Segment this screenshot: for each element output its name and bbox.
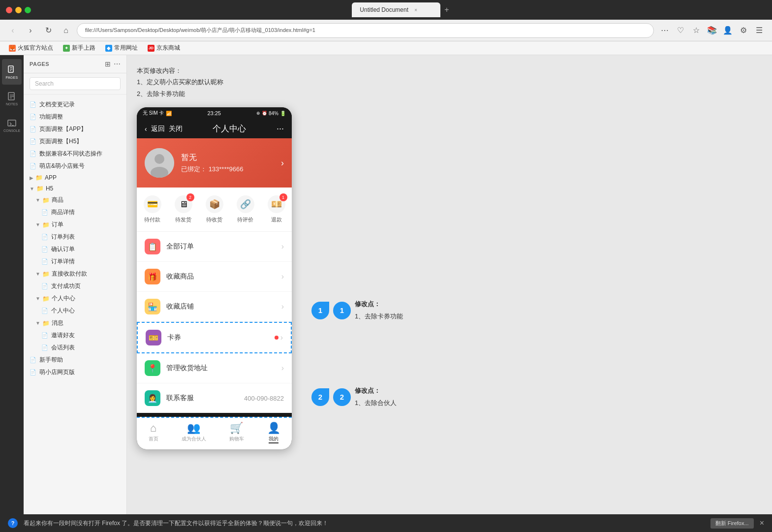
back-arrow-icon: ‹ <box>145 125 147 133</box>
review-label: 待评价 <box>237 216 253 223</box>
active-tab[interactable]: Untitled Document × <box>352 2 440 17</box>
pages-grid-button[interactable]: ⋯ <box>114 60 121 68</box>
sync-button[interactable]: 👤 <box>721 24 735 37</box>
page-label: 萌小店网页版 <box>39 368 75 376</box>
order-icon-receiving[interactable]: 📦 待收货 <box>206 195 223 223</box>
list-item[interactable]: 📄确认订单 <box>24 243 126 255</box>
folder-goods[interactable]: ▼ 📁 商品 <box>24 194 126 206</box>
menu-item-coupon[interactable]: 🎫 卡券 › <box>137 322 292 353</box>
profile-name: 暂无 <box>181 153 281 163</box>
notification-refresh-button[interactable]: 翻新 Firefox... <box>710 518 754 529</box>
maximize-traffic-light[interactable] <box>25 7 31 13</box>
list-item[interactable]: 📄订单详情 <box>24 255 126 268</box>
folder-profile[interactable]: ▼ 📁 个人中心 <box>24 292 126 305</box>
bookmark-button[interactable]: ☆ <box>689 24 703 37</box>
menu-item-fav-store[interactable]: 🏪 收藏店铺 › <box>137 292 292 322</box>
bookmark-common[interactable]: ◆ 常用网址 <box>102 43 141 53</box>
sidebar-notes-btn[interactable]: NOTES <box>2 86 22 111</box>
library-button[interactable]: 📚 <box>705 24 719 37</box>
url-bar[interactable]: file:///Users/Sampson/Desktop/Desktop/we… <box>77 23 654 38</box>
menu-item-support[interactable]: 👩‍💼 联系客服 400-090-8822 <box>137 383 292 413</box>
reload-button[interactable]: ↻ <box>41 24 55 37</box>
bookmark-jd[interactable]: JD 京东商城 <box>145 43 183 53</box>
shipping-badge: 2 <box>186 193 194 201</box>
list-item[interactable]: 📄新手帮助 <box>24 354 126 366</box>
menu-item-fav-goods[interactable]: 🎁 收藏商品 › <box>137 262 292 292</box>
pages-add-button[interactable]: ⊞ <box>105 60 111 68</box>
phone-number: 133****9666 <box>209 165 244 173</box>
menu-item-all-orders[interactable]: 📋 全部订单 › <box>137 232 292 262</box>
menu-button[interactable]: ☰ <box>752 24 766 37</box>
close-traffic-light[interactable] <box>6 7 12 13</box>
folder-orders[interactable]: ▼ 📁 订单 <box>24 219 126 231</box>
search-input[interactable] <box>30 77 121 90</box>
time-text: 23:25 <box>207 110 221 116</box>
all-orders-label: 全部订单 <box>166 242 281 251</box>
folder-label: H5 <box>46 185 53 192</box>
list-item[interactable]: 📄支付成功页 <box>24 280 126 292</box>
folder-arrow-icon: ▼ <box>30 186 34 191</box>
list-item[interactable]: 📄页面调整【APP】 <box>24 123 126 135</box>
menu-item-address[interactable]: 📍 管理收货地址 › <box>137 353 292 383</box>
folder-payment[interactable]: ▼ 📁 直接收款付款 <box>24 268 126 280</box>
tab-close-button[interactable]: × <box>412 6 419 13</box>
page-label: 支付成功页 <box>51 282 81 290</box>
notification-close-button[interactable]: × <box>760 519 764 528</box>
file-icon: 📄 <box>30 151 36 157</box>
list-item[interactable]: 📄页面调整【H5】 <box>24 135 126 148</box>
document-area: 本页修改内容： 1、定义萌小店买家的默认昵称 2、去除卡券功能 无 SIM 卡 … <box>127 55 772 532</box>
bookmark-fire-label: 火狐官方站点 <box>18 44 53 52</box>
list-item[interactable]: 📄订单列表 <box>24 231 126 243</box>
payment-icon: 💳 <box>144 195 161 213</box>
list-item[interactable]: 📄邀请好友 <box>24 329 126 342</box>
more-options-button[interactable]: ⋯ <box>658 24 672 37</box>
forward-button[interactable]: › <box>24 24 37 37</box>
pocket-button[interactable]: ♡ <box>674 24 687 37</box>
avatar-icon <box>145 148 174 178</box>
list-item[interactable]: 📄会话列表 <box>24 342 126 354</box>
bottom-nav-cart[interactable]: 🛒 购物车 <box>229 422 244 443</box>
folder-messages[interactable]: ▼ 📁 消息 <box>24 317 126 329</box>
bookmarks-bar: 🦊 火狐官方站点 ✦ 新手上路 ◆ 常用网址 JD 京东商城 <box>0 41 772 55</box>
coupon-label: 卡券 <box>167 333 275 342</box>
close-text: 关闭 <box>169 125 183 133</box>
bookmark-new[interactable]: ✦ 新手上路 <box>60 43 98 53</box>
list-item[interactable]: 📄商品详情 <box>24 206 126 219</box>
bottom-nav-home[interactable]: ⌂ 首页 <box>149 422 158 443</box>
file-icon: 📄 <box>30 126 36 132</box>
fav-store-label: 收藏店铺 <box>166 302 281 311</box>
file-icon: 📄 <box>41 332 48 339</box>
list-item[interactable]: 📄萌店&萌小店账号 <box>24 160 126 172</box>
search-box <box>24 73 126 94</box>
bottom-nav-mine[interactable]: 👤 我的 <box>267 422 280 443</box>
pages-panel-title: PAGES <box>30 61 49 67</box>
order-icon-shipping[interactable]: 🖥 2 待发货 <box>175 195 192 223</box>
sidebar-pages-btn[interactable]: PAGES <box>2 59 22 85</box>
order-icon-review[interactable]: 🔗 待评价 <box>237 195 254 223</box>
minimize-traffic-light[interactable] <box>15 7 22 13</box>
bookmark-fire[interactable]: 🦊 火狐官方站点 <box>6 43 56 53</box>
order-icon-refund[interactable]: 💴 1 退款 <box>268 195 285 223</box>
page-label: 订单详情 <box>51 257 75 266</box>
address-label: 管理收货地址 <box>166 364 281 373</box>
new-tab-button[interactable]: + <box>444 5 449 14</box>
annotation-text-1: 修改点： 1、去除卡券功能 <box>355 299 403 322</box>
list-item[interactable]: 📄萌小店网页版 <box>24 366 126 378</box>
page-label: 新手帮助 <box>39 356 63 364</box>
order-icons-row: 💳 待付款 🖥 2 待发货 📦 待收货 � <box>137 188 292 232</box>
sidebar-console-btn[interactable]: CONSOLE <box>2 112 22 138</box>
address-icon: 📍 <box>145 360 160 376</box>
phone-header-left: ‹ 返回 关闭 <box>145 125 183 133</box>
settings-button[interactable]: ⚙ <box>737 24 750 37</box>
file-icon: 📄 <box>41 308 48 314</box>
list-item[interactable]: 📄文档变更记录 <box>24 98 126 111</box>
order-icon-payment[interactable]: 💳 待付款 <box>144 195 161 223</box>
list-item[interactable]: 📄个人中心 <box>24 305 126 317</box>
list-item[interactable]: 📄数据兼容&不同状态操作 <box>24 148 126 160</box>
folder-app[interactable]: ▶ 📁 APP <box>24 172 126 183</box>
list-item[interactable]: 📄功能调整 <box>24 111 126 123</box>
bottom-nav-partner[interactable]: 👥 成为合伙人 <box>182 422 206 443</box>
folder-h5[interactable]: ▼ 📁 H5 <box>24 183 126 194</box>
home-button[interactable]: ⌂ <box>59 24 73 37</box>
back-button[interactable]: ‹ <box>6 24 20 37</box>
